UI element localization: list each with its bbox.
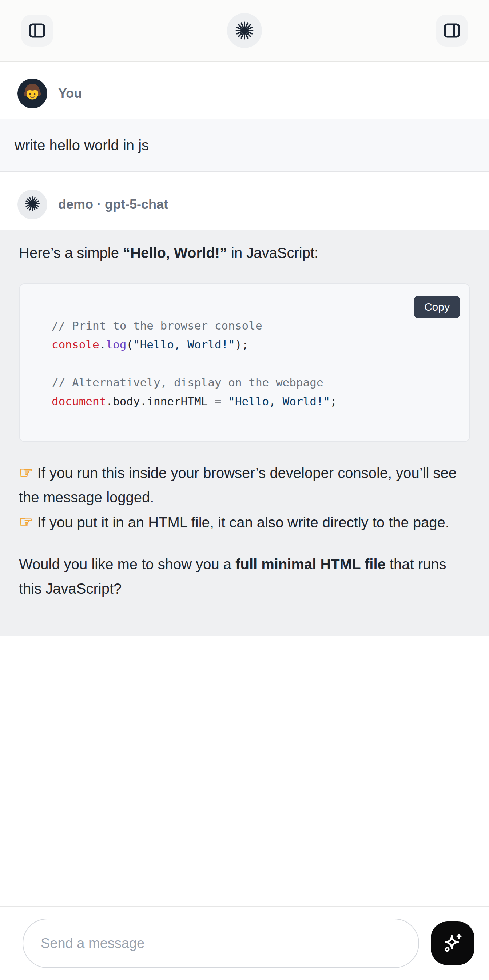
text-segment: in JavaScript: (227, 245, 319, 261)
message-input[interactable] (22, 918, 419, 968)
text-segment: full minimal HTML file (236, 556, 385, 572)
assistant-paragraph-tips: ☞ If you run this inside your browser’s … (19, 460, 470, 535)
assistant-paragraph-question: Would you like me to show you a full min… (19, 552, 470, 601)
code-line: console.log("Hello, World!"); (52, 335, 455, 354)
assistant-message-header: demo · gpt-5-chat (0, 172, 489, 229)
text-segment: “Hello, World!” (123, 245, 227, 261)
pointing-right-emoji: ☞ (19, 463, 33, 481)
right-panel-toggle-button[interactable] (436, 14, 468, 46)
user-message-header: You (0, 62, 489, 119)
code-line: // Alternatively, display on the webpage (52, 373, 455, 392)
user-message-text: write hello world in js (14, 137, 149, 154)
sparkle-plus-icon (441, 931, 464, 956)
copy-button[interactable]: Copy (414, 296, 460, 318)
code-line: document.body.innerHTML = "Hello, World!… (52, 392, 455, 411)
top-bar (0, 0, 489, 62)
text-segment: Would you like me to show you a (19, 556, 236, 572)
starburst-icon (234, 21, 255, 41)
assistant-intro-text: Here’s a simple “Hello, World!” in JavaS… (19, 243, 470, 263)
assistant-message-body: Here’s a simple “Hello, World!” in JavaS… (0, 229, 489, 635)
panel-left-icon (28, 21, 46, 40)
panel-right-icon (443, 21, 461, 40)
pointing-right-emoji: ☞ (19, 513, 33, 531)
assistant-avatar (18, 189, 47, 220)
code-line: ​ (52, 354, 455, 373)
text-segment: If you run this inside your browser’s de… (19, 465, 460, 505)
code-content: // Print to the browser consoleconsole.l… (52, 316, 455, 411)
code-block: Copy // Print to the browser consolecons… (19, 283, 470, 442)
send-button[interactable] (431, 921, 475, 965)
person-emoji-icon (22, 82, 43, 105)
model-logo-button[interactable] (227, 13, 262, 48)
user-author-name: You (58, 86, 82, 101)
code-line: // Print to the browser console (52, 316, 455, 335)
text-segment: If you put it in an HTML file, it can al… (33, 514, 449, 530)
user-message-bubble: write hello world in js (0, 119, 489, 172)
composer-bar (0, 906, 489, 980)
sidebar-toggle-button[interactable] (21, 14, 53, 46)
text-segment: Here’s a simple (19, 245, 123, 261)
starburst-icon (24, 195, 41, 213)
user-avatar (18, 79, 47, 108)
assistant-author-name: demo · gpt-5-chat (58, 197, 168, 212)
